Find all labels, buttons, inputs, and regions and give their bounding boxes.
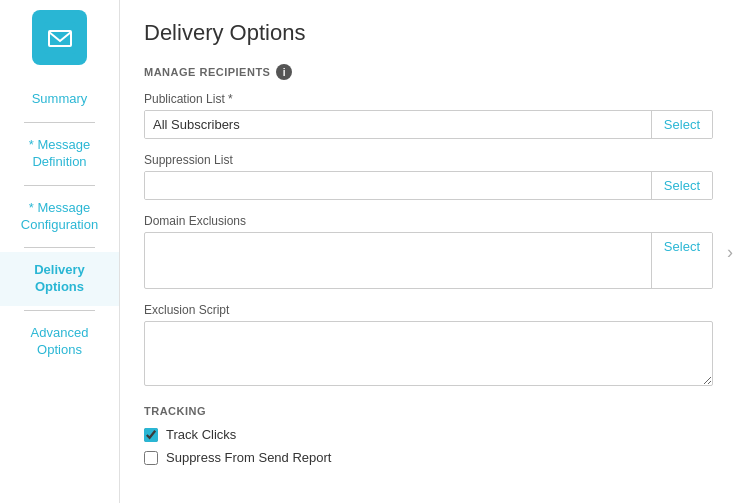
collapse-arrow[interactable]: › bbox=[723, 233, 737, 270]
track-clicks-label: Track Clicks bbox=[166, 427, 236, 442]
page-title: Delivery Options bbox=[144, 20, 713, 46]
sidebar: Summary * Message Definition * Message C… bbox=[0, 0, 120, 503]
suppress-send-report-label: Suppress From Send Report bbox=[166, 450, 331, 465]
suppression-list-label: Suppression List bbox=[144, 153, 713, 167]
suppress-send-report-row: Suppress From Send Report bbox=[144, 450, 713, 465]
exclusion-script-group: Exclusion Script bbox=[144, 303, 713, 389]
domain-exclusions-group: Domain Exclusions Select bbox=[144, 214, 713, 289]
content-wrapper: Delivery Options MANAGE RECIPIENTS i Pub… bbox=[120, 0, 737, 503]
divider-4 bbox=[24, 310, 95, 311]
main-content: Delivery Options MANAGE RECIPIENTS i Pub… bbox=[120, 0, 737, 503]
suppression-list-group: Suppression List Select bbox=[144, 153, 713, 200]
sidebar-item-summary[interactable]: Summary bbox=[0, 81, 119, 118]
info-icon[interactable]: i bbox=[276, 64, 292, 80]
sidebar-item-message-configuration[interactable]: * Message Configuration bbox=[0, 190, 119, 244]
publication-list-label: Publication List * bbox=[144, 92, 713, 106]
tracking-label: TRACKING bbox=[144, 405, 713, 417]
divider-2 bbox=[24, 185, 95, 186]
domain-exclusions-select-button[interactable]: Select bbox=[651, 233, 712, 288]
domain-exclusions-input[interactable] bbox=[145, 233, 651, 288]
track-clicks-checkbox[interactable] bbox=[144, 428, 158, 442]
publication-list-input[interactable] bbox=[145, 111, 651, 138]
app-logo bbox=[32, 10, 87, 65]
publication-list-field: Select bbox=[144, 110, 713, 139]
sidebar-item-message-definition[interactable]: * Message Definition bbox=[0, 127, 119, 181]
suppression-list-field: Select bbox=[144, 171, 713, 200]
publication-list-select-button[interactable]: Select bbox=[651, 111, 712, 138]
domain-exclusions-label: Domain Exclusions bbox=[144, 214, 713, 228]
manage-recipients-section: MANAGE RECIPIENTS i bbox=[144, 64, 713, 80]
suppression-list-select-button[interactable]: Select bbox=[651, 172, 712, 199]
domain-exclusions-field: Select bbox=[144, 232, 713, 289]
track-clicks-row: Track Clicks bbox=[144, 427, 713, 442]
exclusion-script-label: Exclusion Script bbox=[144, 303, 713, 317]
suppression-list-input[interactable] bbox=[145, 172, 651, 199]
exclusion-script-textarea[interactable] bbox=[144, 321, 713, 386]
sidebar-item-delivery-options[interactable]: Delivery Options bbox=[0, 252, 119, 306]
suppress-send-report-checkbox[interactable] bbox=[144, 451, 158, 465]
tracking-section: TRACKING Track Clicks Suppress From Send… bbox=[144, 405, 713, 465]
divider-1 bbox=[24, 122, 95, 123]
sidebar-item-advanced-options[interactable]: Advanced Options bbox=[0, 315, 119, 369]
publication-list-group: Publication List * Select bbox=[144, 92, 713, 139]
divider-3 bbox=[24, 247, 95, 248]
